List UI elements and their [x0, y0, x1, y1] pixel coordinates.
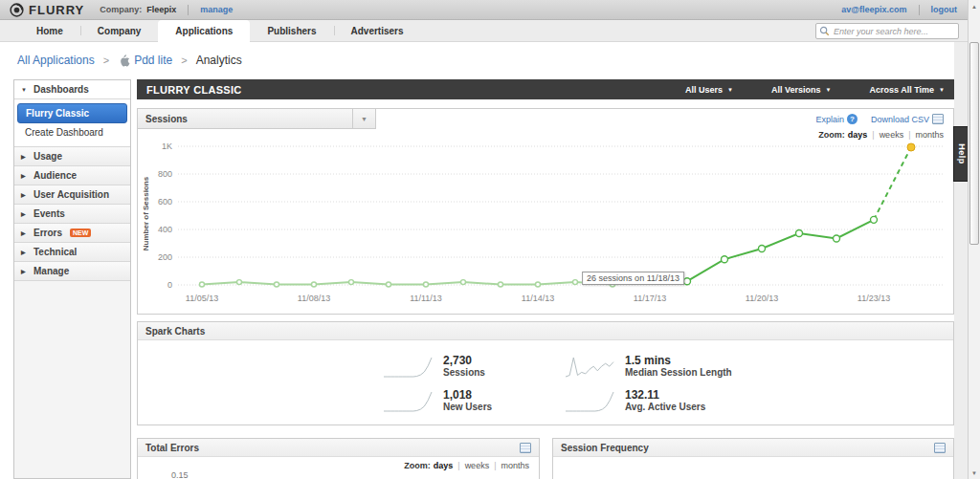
sessions-zoom-controls: Zoom:days|weeks|months	[818, 130, 944, 140]
spark-charts-header: Spark Charts	[138, 322, 953, 340]
zoom-option-days[interactable]: days	[434, 461, 454, 470]
sidebar-section-user-acquisition[interactable]: ▶User Acquisition	[14, 185, 130, 205]
divider	[188, 5, 189, 15]
zoom-option-days[interactable]: days	[848, 130, 868, 140]
company-label: Company:	[100, 5, 142, 14]
sidebar-section-usage[interactable]: ▶Usage	[14, 147, 130, 166]
chevron-right-icon: ▶	[21, 191, 29, 198]
zoom-option-months[interactable]: months	[915, 130, 944, 140]
sidebar-section-label: Audience	[33, 170, 77, 181]
brand-name: FLURRY	[29, 3, 84, 17]
sessions-line-chart-svg: 02004006008001K11/05/1311/08/1311/11/131…	[142, 140, 953, 312]
svg-text:11/05/13: 11/05/13	[186, 294, 218, 303]
sidebar-item-flurry-classic[interactable]: Flurry Classic	[17, 103, 127, 123]
chevron-down-icon: ▼	[939, 87, 945, 93]
sidebar-section-label: Dashboards	[33, 84, 89, 95]
svg-text:1K: 1K	[162, 142, 172, 151]
sidebar-section-errors[interactable]: ▶ErrorsNEW	[14, 224, 130, 243]
nav-tab-advertisers[interactable]: Advertisers	[334, 20, 421, 41]
scrollbar-up-arrow[interactable]: ▲	[969, 0, 980, 12]
total-errors-panel: Total Errors Zoom:days|weeks|months 0.15	[137, 438, 540, 479]
spark-charts-title: Spark Charts	[145, 326, 946, 337]
sessions-metric-dropdown[interactable]: ▼	[352, 109, 375, 128]
nav-tab-company[interactable]: Company	[80, 20, 159, 41]
metric-text: 2,730Sessions	[443, 354, 485, 378]
question-icon: ?	[847, 114, 858, 124]
zoom-label: Zoom:	[404, 461, 431, 470]
sparkline	[564, 388, 615, 413]
total-errors-ytick: 0.15	[171, 470, 189, 479]
chevron-down-icon: ▼	[21, 87, 29, 93]
nav-tab-home[interactable]: Home	[19, 20, 80, 41]
breadcrumb-current-page: Analytics	[196, 54, 242, 67]
flurry-logo-icon	[10, 3, 24, 17]
sidebar-section-label: Technical	[33, 247, 77, 257]
company-name: Fleepix	[146, 5, 176, 14]
metric-label: Avg. Active Users	[625, 402, 705, 412]
metric-median-session-length: 1.5 minsMedian Session Length	[564, 354, 803, 379]
divider	[919, 5, 920, 15]
sidebar-section-manage[interactable]: ▶Manage	[14, 262, 130, 281]
csv-icon[interactable]	[934, 443, 946, 453]
sidebar-section-events[interactable]: ▶Events	[14, 205, 130, 224]
filter-label: Across All Time	[870, 85, 935, 95]
metric-value: 1,018	[443, 388, 492, 402]
divider: |	[457, 461, 459, 470]
sidebar-section-dashboards[interactable]: ▼Dashboards	[14, 80, 130, 99]
logout-link[interactable]: logout	[931, 5, 958, 14]
svg-text:11/11/13: 11/11/13	[410, 294, 442, 303]
new-badge: NEW	[70, 229, 91, 237]
right-gutter	[954, 42, 968, 479]
sessions-panel-header: Sessions ▼	[138, 109, 376, 129]
filter-all-users[interactable]: All Users▼	[685, 85, 733, 95]
manage-link[interactable]: manage	[200, 5, 233, 14]
nav-tab-publishers[interactable]: Publishers	[250, 20, 333, 41]
search-input[interactable]	[815, 23, 959, 39]
filter-label: All Users	[685, 85, 723, 95]
download-csv-link[interactable]: Download CSV	[871, 114, 944, 124]
flurry-logo[interactable]: FLURRY	[10, 3, 84, 17]
scrollbar-thumb[interactable]	[969, 42, 979, 245]
scrollbar-down-arrow[interactable]: ▼	[969, 467, 980, 479]
spark-charts-panel: Spark Charts 2,730Sessions1.5 minsMedian…	[137, 321, 954, 425]
explain-link[interactable]: Explain ?	[815, 114, 858, 124]
breadcrumb-app[interactable]: Pdd lite	[118, 54, 172, 67]
svg-text:200: 200	[158, 252, 172, 262]
svg-text:11/14/13: 11/14/13	[522, 294, 554, 303]
search-box	[815, 23, 959, 39]
chevron-down-icon: ▼	[826, 87, 832, 93]
sidebar-section-technical[interactable]: ▶Technical	[14, 243, 130, 262]
filter-all-versions[interactable]: All Versions▼	[771, 85, 831, 95]
main-content: FLURRY CLASSIC All Users▼All Versions▼Ac…	[137, 79, 954, 479]
metric-label: Median Session Length	[625, 367, 732, 378]
chevron-right-icon: ▶	[21, 249, 29, 255]
breadcrumb-all-applications[interactable]: All Applications	[17, 54, 95, 67]
metric-value: 132.11	[625, 388, 705, 402]
svg-text:400: 400	[158, 225, 172, 234]
search-icon	[819, 26, 830, 36]
dashboard-title: FLURRY CLASSIC	[146, 84, 242, 96]
chevron-right-icon: >	[181, 54, 187, 66]
zoom-option-weeks[interactable]: weeks	[880, 130, 904, 140]
sidebar-section-audience[interactable]: ▶Audience	[14, 166, 130, 185]
metric-sessions: 2,730Sessions	[382, 354, 564, 379]
sidebar-section-label: Manage	[33, 266, 69, 276]
help-tab-label: Help	[957, 143, 967, 164]
user-email-link[interactable]: av@fleepix.com	[841, 5, 906, 14]
metric-label: Sessions	[443, 367, 485, 378]
chevron-down-icon: ▼	[727, 87, 733, 93]
filter-across-all-time[interactable]: Across All Time▼	[870, 85, 945, 95]
nav-tab-applications[interactable]: Applications	[158, 20, 250, 42]
csv-icon[interactable]	[520, 443, 531, 453]
csv-icon	[932, 114, 944, 124]
svg-text:11/23/13: 11/23/13	[858, 294, 890, 303]
zoom-option-months[interactable]: months	[501, 461, 529, 470]
vertical-scrollbar[interactable]: ▲ ▼	[968, 0, 980, 479]
svg-text:11/08/13: 11/08/13	[298, 294, 330, 303]
divider: |	[908, 130, 910, 140]
chevron-right-icon: ▶	[21, 229, 29, 236]
zoom-option-weeks[interactable]: weeks	[465, 461, 490, 470]
metric-value: 2,730	[443, 354, 485, 367]
sidebar-item-create-dashboard[interactable]: Create Dashboard	[17, 123, 127, 142]
sparkline	[564, 354, 615, 379]
